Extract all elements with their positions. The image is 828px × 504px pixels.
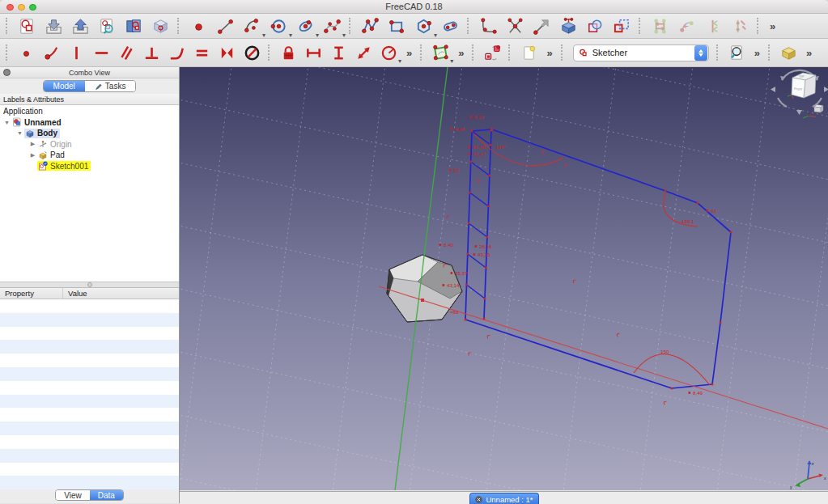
close-window-button[interactable] bbox=[6, 4, 14, 11]
workbench-selector[interactable]: Sketcher bbox=[573, 44, 709, 61]
create-rectangle-button[interactable] bbox=[386, 15, 408, 37]
extend-edge-button[interactable] bbox=[531, 15, 553, 37]
part-box-button[interactable] bbox=[779, 43, 799, 63]
constrain-perpendicular-button[interactable] bbox=[142, 43, 162, 63]
property-column-header[interactable]: Property bbox=[0, 288, 63, 299]
toolbar-group-handle[interactable] bbox=[177, 18, 180, 34]
toolbar-group-handle[interactable] bbox=[472, 44, 475, 61]
zoom-window-button[interactable] bbox=[29, 4, 36, 11]
create-ellipse-button[interactable]: ▾ bbox=[295, 15, 316, 37]
toolbar-group-handle[interactable] bbox=[639, 18, 642, 34]
tree-expander-icon[interactable]: ▼ bbox=[2, 120, 11, 125]
constrain-vertical-distance-button[interactable] bbox=[329, 43, 349, 63]
dropdown-arrow-icon[interactable]: ▾ bbox=[316, 32, 319, 39]
tree-item-origin[interactable]: ▶Origin bbox=[0, 139, 179, 150]
toolbar-group-handle[interactable] bbox=[757, 18, 760, 34]
part-overflow[interactable]: » bbox=[804, 47, 814, 59]
toolbar-group-handle[interactable] bbox=[508, 44, 512, 61]
tree-item-unnamed[interactable]: ▼Unnamed bbox=[0, 117, 179, 129]
toolbar-group-handle[interactable] bbox=[467, 18, 470, 34]
tree-expander-icon[interactable]: ▶ bbox=[28, 152, 37, 159]
external-geometry-button[interactable] bbox=[558, 15, 580, 37]
create-circle-button[interactable]: ▾ bbox=[268, 15, 290, 37]
constrain-distance-button[interactable] bbox=[354, 43, 374, 63]
constrain-horizontal-button[interactable] bbox=[91, 43, 112, 63]
map-sketch-to-face-button[interactable] bbox=[123, 15, 145, 37]
close-document-icon[interactable] bbox=[475, 496, 482, 503]
view-overflow[interactable]: » bbox=[752, 47, 762, 59]
create-polyline-button[interactable] bbox=[359, 15, 381, 37]
dropdown-arrow-icon[interactable]: ▾ bbox=[398, 57, 401, 65]
constraint-label: 35,37 bbox=[455, 270, 468, 276]
tree-item-application[interactable]: Application bbox=[0, 106, 179, 117]
tab-tasks[interactable]: Tasks bbox=[85, 81, 136, 91]
tree-item-body[interactable]: ▼Body bbox=[0, 128, 179, 139]
constrain-lock-button[interactable] bbox=[278, 43, 299, 63]
constrain-parallel-button[interactable] bbox=[117, 43, 137, 63]
create-bspline-button[interactable]: ▾ bbox=[321, 15, 343, 37]
constrain-coincident-button[interactable] bbox=[16, 43, 36, 63]
create-sketch-button[interactable] bbox=[16, 15, 38, 37]
toolbar-group-handle[interactable] bbox=[768, 44, 771, 61]
leave-sketch-button[interactable] bbox=[70, 15, 91, 37]
tree-item-pad[interactable]: ▶Pad bbox=[0, 150, 179, 161]
tree-expander-icon[interactable]: ▶ bbox=[28, 141, 37, 147]
toolbar-group-handle[interactable] bbox=[268, 44, 271, 61]
create-point-button[interactable] bbox=[188, 15, 210, 37]
workbench-stepper-icon[interactable] bbox=[694, 45, 707, 61]
tab-view[interactable]: View bbox=[56, 490, 90, 500]
constrain-tangent-button[interactable] bbox=[167, 43, 187, 63]
reorient-sketch-button[interactable] bbox=[150, 15, 172, 37]
create-arc-button[interactable]: ▾ bbox=[241, 15, 263, 37]
constrain-vertical-button[interactable] bbox=[66, 43, 87, 63]
create-line-button[interactable] bbox=[214, 15, 236, 37]
combo-view-header[interactable]: Combo View bbox=[0, 67, 179, 78]
undock-panel-icon[interactable] bbox=[3, 69, 11, 76]
viewport-background[interactable] bbox=[180, 67, 828, 490]
carbon-copy-button[interactable] bbox=[584, 15, 606, 37]
constrain-point-on-object-button[interactable] bbox=[41, 43, 62, 63]
create-polygon-button[interactable]: ▾ bbox=[413, 15, 435, 37]
constrain-horizontal-distance-button[interactable] bbox=[304, 43, 324, 63]
3d-viewport[interactable]: 8,239,4841,4542,4750135°8,4028,1649,3535… bbox=[180, 67, 828, 490]
constrain-radius-button[interactable]: ▾ bbox=[379, 43, 399, 63]
tree-item-sketch001[interactable]: Sketch001 bbox=[0, 161, 179, 172]
constrain-symmetric-button[interactable] bbox=[217, 43, 237, 63]
origin-point[interactable] bbox=[421, 299, 424, 302]
reference-overflow[interactable]: » bbox=[544, 47, 554, 59]
toolbar-group-handle[interactable] bbox=[561, 44, 564, 61]
dropdown-arrow-icon[interactable]: ▾ bbox=[342, 32, 346, 39]
toolbar-group-handle[interactable] bbox=[6, 18, 9, 34]
dropdown-arrow-icon[interactable]: ▾ bbox=[434, 32, 437, 39]
select-constrained-elements-button[interactable]: ▾ bbox=[431, 43, 451, 63]
toolbar-group-handle[interactable] bbox=[716, 44, 720, 61]
toggle-construction-mode-button[interactable] bbox=[611, 15, 633, 37]
constrain-block-button[interactable] bbox=[242, 43, 262, 63]
create-slot-button[interactable] bbox=[439, 15, 461, 37]
minimize-window-button[interactable] bbox=[18, 4, 25, 11]
tab-data[interactable]: Data bbox=[90, 490, 123, 500]
create-fillet-button[interactable] bbox=[478, 15, 499, 37]
toolbar-group-handle[interactable] bbox=[349, 18, 352, 34]
selection-view-button[interactable] bbox=[727, 43, 747, 63]
toggle-reference-mode-button[interactable] bbox=[519, 43, 539, 63]
document-tab[interactable]: Unnamed : 1* bbox=[469, 493, 539, 504]
title-bar[interactable]: FreeCAD 0.18 bbox=[0, 0, 828, 14]
view-sketch-button[interactable] bbox=[96, 15, 118, 37]
constrain-equal-button[interactable] bbox=[192, 43, 212, 63]
panel-splitter[interactable] bbox=[0, 282, 179, 288]
dropdown-arrow-icon[interactable]: ▾ bbox=[450, 57, 453, 65]
toolbar-group-handle[interactable] bbox=[420, 44, 423, 61]
dropdown-arrow-icon[interactable]: ▾ bbox=[289, 32, 292, 39]
value-column-header[interactable]: Value bbox=[63, 288, 87, 299]
trim-edge-button[interactable] bbox=[504, 15, 526, 37]
toolbar1-overflow[interactable]: » bbox=[767, 20, 778, 32]
selection-overflow[interactable]: » bbox=[456, 47, 466, 59]
constraints-overflow[interactable]: » bbox=[404, 47, 414, 59]
toolbar-group-handle[interactable] bbox=[6, 44, 9, 61]
edit-sketch-button[interactable] bbox=[43, 15, 65, 37]
activate-deactivate-constraint-button[interactable] bbox=[482, 43, 503, 63]
tab-model[interactable]: Model bbox=[44, 81, 85, 91]
tree-expander-icon[interactable]: ▼ bbox=[15, 130, 24, 136]
dropdown-arrow-icon[interactable]: ▾ bbox=[262, 32, 265, 39]
